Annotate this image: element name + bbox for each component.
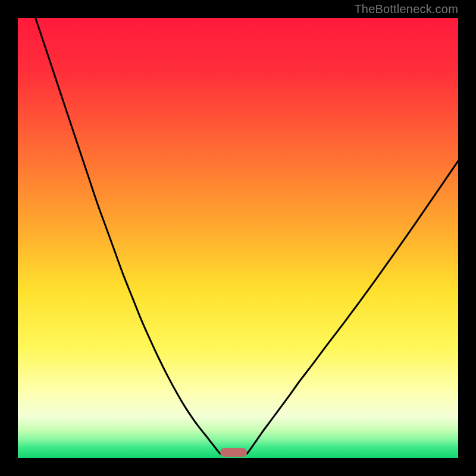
watermark-text: TheBottleneck.com <box>354 2 458 16</box>
plot-area <box>18 18 458 458</box>
gradient-background <box>18 18 458 458</box>
chart-svg <box>18 18 458 458</box>
bottleneck-marker <box>220 448 246 457</box>
chart-frame: TheBottleneck.com <box>0 0 476 476</box>
